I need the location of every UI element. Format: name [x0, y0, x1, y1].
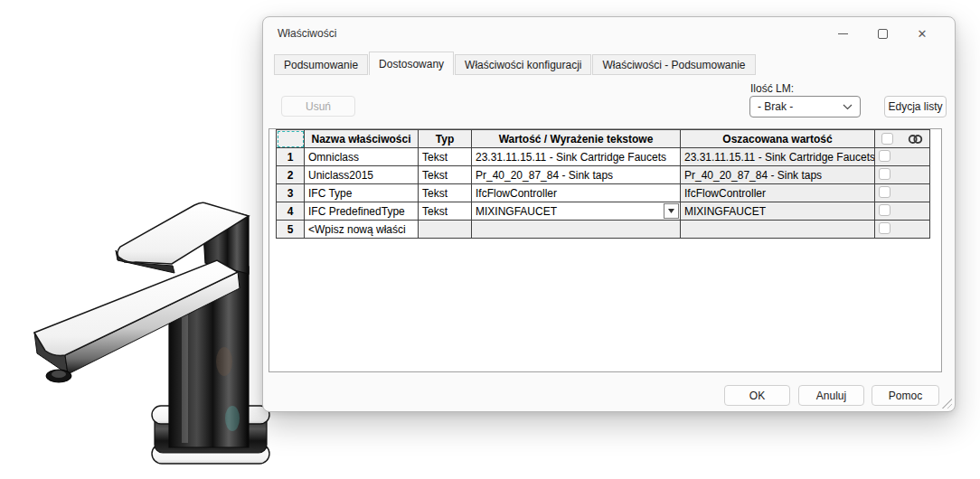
properties-dialog: Właściwości ✕ Podsumowanie Dostosowany W… — [262, 16, 956, 412]
property-name-cell[interactable]: IFC PredefinedType — [305, 202, 419, 221]
property-value-cell[interactable]: 23.31.11.15.11 - Sink Cartridge Faucets — [472, 148, 681, 166]
property-value-cell[interactable]: MIXINGFAUCET — [472, 202, 681, 221]
minimize-button[interactable] — [823, 20, 862, 47]
row-index[interactable]: 3 — [277, 184, 305, 202]
chevron-down-icon — [843, 104, 853, 110]
table-header-row: Nazwa właściwości Typ Wartość / Wyrażeni… — [277, 130, 930, 148]
property-value-cell[interactable]: Pr_40_20_87_84 - Sink taps — [472, 166, 681, 184]
value-dropdown-button[interactable] — [664, 203, 679, 219]
evaluated-value-cell: Pr_40_20_87_84 - Sink taps — [681, 166, 875, 184]
link-checkbox[interactable] — [879, 168, 890, 180]
qty-lm-dropdown[interactable]: - Brak - — [749, 96, 861, 117]
header-evaluated: Oszacowana wartość — [681, 130, 875, 148]
help-button[interactable]: Pomoc — [872, 385, 939, 406]
titlebar: Właściwości ✕ — [263, 17, 955, 50]
edit-list-button[interactable]: Edycja listy — [884, 96, 947, 117]
property-type-cell — [419, 221, 472, 239]
evaluated-value-cell: IfcFlowController — [681, 184, 875, 202]
resize-grip[interactable] — [940, 397, 952, 409]
header-link-checkbox[interactable] — [881, 133, 893, 145]
header-name: Nazwa właściwości — [305, 130, 419, 148]
property-value-text: MIXINGFAUCET — [476, 205, 557, 218]
qty-lm-value: - Brak - — [758, 100, 793, 113]
link-cell — [875, 166, 930, 184]
header-value: Wartość / Wyrażenie tekstowe — [472, 130, 681, 148]
link-checkbox[interactable] — [879, 186, 890, 198]
property-name-cell[interactable]: Omniclass — [305, 148, 419, 166]
ok-button[interactable]: OK — [724, 385, 790, 406]
tab-wlasciwosci-konfiguracji[interactable]: Właściwości konfiguracji — [455, 54, 591, 75]
link-cell — [875, 148, 930, 166]
property-value-cell[interactable]: IfcFlowController — [472, 184, 681, 202]
table-row: 4 IFC PredefinedType Tekst MIXINGFAUCET … — [277, 202, 930, 221]
properties-table: Nazwa właściwości Typ Wartość / Wyrażeni… — [276, 129, 930, 239]
evaluated-value-cell: 23.31.11.15.11 - Sink Cartridge Faucets — [681, 148, 875, 166]
tab-strip: Podsumowanie Dostosowany Właściwości kon… — [274, 52, 757, 75]
header-corner-cell[interactable] — [277, 130, 305, 148]
dropdown-arrow-icon — [668, 209, 674, 213]
link-cell — [875, 202, 930, 221]
link-checkbox[interactable] — [879, 150, 890, 162]
link-checkbox[interactable] — [879, 222, 890, 234]
window-title: Właściwości — [263, 27, 336, 40]
link-checkbox[interactable] — [879, 204, 890, 216]
property-type-cell[interactable]: Tekst — [419, 148, 472, 166]
close-icon: ✕ — [918, 28, 928, 40]
link-icon — [908, 134, 923, 145]
property-type-cell[interactable]: Tekst — [419, 184, 472, 202]
property-name-cell[interactable]: <Wpisz nową właści — [305, 221, 419, 239]
table-row: 2 Uniclass2015 Tekst Pr_40_20_87_84 - Si… — [277, 166, 930, 184]
property-value-cell — [472, 221, 681, 239]
tab-podsumowanie[interactable]: Podsumowanie — [274, 54, 368, 75]
row-index[interactable]: 1 — [277, 148, 305, 166]
qty-lm-label: Ilość LM: — [750, 82, 794, 95]
row-index[interactable]: 5 — [277, 221, 305, 239]
table-row: 3 IFC Type Tekst IfcFlowController IfcFl… — [277, 184, 930, 202]
minimize-icon — [838, 33, 848, 34]
delete-button[interactable]: Usuń — [281, 96, 355, 117]
property-type-cell[interactable]: Tekst — [419, 202, 472, 221]
header-link — [875, 130, 930, 148]
row-index[interactable]: 2 — [277, 166, 305, 184]
table-row: 5 <Wpisz nową właści — [277, 221, 930, 239]
close-button[interactable]: ✕ — [902, 20, 942, 47]
evaluated-value-cell — [681, 221, 875, 239]
property-type-cell[interactable]: Tekst — [419, 166, 472, 184]
tab-wlasciwosci-podsumowanie[interactable]: Właściwości - Podsumowanie — [592, 54, 755, 75]
cancel-button[interactable]: Anuluj — [798, 385, 864, 406]
header-type: Typ — [419, 130, 472, 148]
evaluated-value-cell: MIXINGFAUCET — [681, 202, 875, 221]
property-name-cell[interactable]: IFC Type — [305, 184, 419, 202]
maximize-button[interactable] — [862, 20, 902, 47]
faucet-3d-image — [5, 176, 276, 474]
link-cell — [875, 221, 930, 239]
properties-table-panel: Nazwa właściwości Typ Wartość / Wyrażeni… — [269, 128, 942, 372]
tab-dostosowany[interactable]: Dostosowany — [369, 52, 454, 75]
maximize-icon — [878, 29, 888, 39]
row-index[interactable]: 4 — [277, 202, 305, 221]
table-row: 1 Omniclass Tekst 23.31.11.15.11 - Sink … — [277, 148, 930, 166]
property-name-cell[interactable]: Uniclass2015 — [305, 166, 419, 184]
link-cell — [875, 184, 930, 202]
